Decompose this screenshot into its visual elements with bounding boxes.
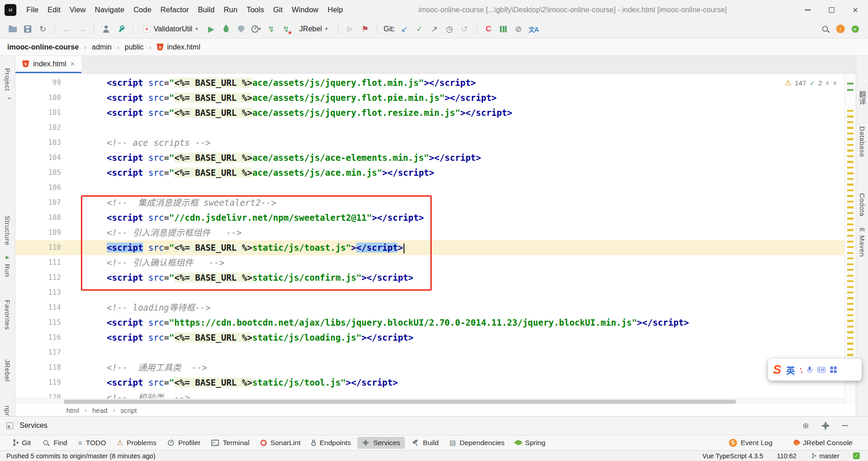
code-text[interactable] — [61, 345, 86, 360]
grid-menu-icon[interactable] — [830, 367, 837, 373]
phrase-icon[interactable]: ’, — [800, 366, 802, 374]
toolwindow-button-terminal[interactable]: Terminal — [207, 437, 254, 449]
toolwindow-button-services[interactable]: Services — [357, 437, 404, 449]
menu-code[interactable]: Code — [129, 3, 156, 16]
menu-build[interactable]: Build — [193, 3, 219, 16]
toolwindow-button-git[interactable]: Git — [7, 437, 35, 449]
toolwindow-button-problems[interactable]: ⚠Problems — [112, 437, 161, 449]
sogou-logo-icon[interactable]: S — [773, 364, 781, 376]
forward-button[interactable]: → — [76, 23, 87, 35]
code-area[interactable]: 99 <script src="<%= BASE_URL %>ace/asset… — [15, 74, 844, 404]
code-text[interactable] — [61, 120, 86, 135]
code-text[interactable]: <!-- 通用工具类 --> — [61, 360, 207, 375]
toolwindow-button-find[interactable]: Find — [37, 437, 72, 449]
sync-button[interactable]: ↻ — [37, 23, 48, 35]
toolwindow-button-event-log[interactable]: 5Event Log — [724, 437, 777, 449]
code-text[interactable]: <script src="<%= BASE_URL %>static/js/lo… — [61, 330, 414, 345]
menu-git[interactable]: Git — [269, 3, 287, 16]
code-text[interactable]: <script src="<%= BASE_URL %>static/js/to… — [61, 240, 404, 255]
close-tab-icon[interactable]: × — [70, 60, 75, 68]
code-text[interactable]: <!-- 引入消息提示框组件 --> — [61, 225, 242, 240]
save-button[interactable] — [22, 23, 33, 35]
external-tools-button[interactable] — [115, 23, 126, 35]
update-notification-button[interactable]: ↑ — [835, 23, 846, 35]
code-line[interactable]: 104 <script src="<%= BASE_URL %>ace/asse… — [15, 150, 844, 165]
status-message[interactable]: Pushed 5 commits to origin/master (8 min… — [6, 452, 155, 460]
run-toolwindow-icon[interactable]: ▶ — [5, 254, 9, 260]
toolwindow-switcher-icon[interactable] — [6, 422, 13, 429]
annotate-button[interactable] — [100, 23, 111, 35]
code-line[interactable]: 114 <!-- loading等待框--> — [15, 300, 844, 315]
toolwindow-button-jrebel[interactable]: JRebel — [4, 359, 11, 382]
toolwindow-button-dependencies[interactable]: ▤Dependencies — [445, 437, 509, 449]
toolwindow-button-sonarlint[interactable]: SonarLint — [256, 437, 305, 449]
code-line[interactable]: 110 <script src="<%= BASE_URL %>static/j… — [15, 240, 844, 255]
code-line[interactable]: 99 <script src="<%= BASE_URL %>ace/asset… — [15, 75, 844, 90]
toolwindow-button-spring[interactable]: Spring — [511, 437, 550, 449]
code-line[interactable]: 109 <!-- 引入消息提示框组件 --> — [15, 225, 844, 240]
code-line[interactable]: 108 <script src="//cdn.jsdelivr.net/npm/… — [15, 210, 844, 225]
gear-icon[interactable] — [822, 422, 829, 430]
idea-logo-icon[interactable]: IJ — [5, 4, 16, 16]
toolwindow-button-jrebel-console[interactable]: JRebel Console — [789, 437, 857, 449]
code-text[interactable]: <script src="<%= BASE_URL %>ace/assets/j… — [61, 105, 512, 120]
caret-position-widget[interactable]: 110:62 — [777, 452, 796, 460]
next-issue-icon[interactable]: ∨ — [833, 79, 837, 86]
toolwindow-button-profiler[interactable]: Profiler — [163, 437, 205, 449]
menu-window[interactable]: Window — [287, 3, 323, 16]
maven-icon[interactable]: m — [859, 226, 865, 233]
menu-refactor[interactable]: Refactor — [156, 3, 193, 16]
code-text[interactable]: <script src="//cdn.jsdelivr.net/npm/swee… — [61, 210, 424, 225]
code-line[interactable]: 117 — [15, 345, 844, 360]
menu-help[interactable]: Help — [323, 3, 348, 16]
back-button[interactable]: ← — [61, 23, 72, 35]
menu-navigate[interactable]: Navigate — [90, 3, 129, 16]
code-text[interactable] — [61, 285, 86, 300]
line-number[interactable]: 104 — [15, 150, 61, 165]
code-text[interactable] — [61, 180, 86, 195]
code-text[interactable]: <!-- 集成消息提示框 sweetalert2--> — [61, 195, 276, 210]
line-number[interactable]: 101 — [15, 105, 61, 120]
code-text[interactable]: <script src="<%= BASE_URL %>ace/assets/j… — [61, 150, 481, 165]
keyboard-icon[interactable] — [818, 367, 825, 372]
online-status-button[interactable]: ▸ — [850, 23, 861, 35]
line-number[interactable]: 112 — [15, 270, 61, 285]
code-line[interactable]: 115 <script src="https://cdn.bootcdn.net… — [15, 315, 844, 330]
line-number[interactable]: 99 — [15, 75, 61, 90]
code-text[interactable]: <script src="<%= BASE_URL %>ace/assets/j… — [61, 75, 476, 90]
toolwindow-button-structure[interactable]: Structure — [4, 216, 11, 245]
line-number[interactable]: 117 — [15, 345, 61, 360]
line-number[interactable]: 116 — [15, 330, 61, 345]
run-configuration-select[interactable]: × ValidatorUtil ▾ — [140, 24, 202, 35]
code-text[interactable]: <script src="<%= BASE_URL %>static/js/to… — [61, 375, 398, 390]
line-number[interactable]: 119 — [15, 375, 61, 390]
code-line[interactable]: 101 <script src="<%= BASE_URL %>ace/asse… — [15, 105, 844, 120]
menu-run[interactable]: Run — [219, 3, 242, 16]
code-text[interactable]: <script src="<%= BASE_URL %>ace/assets/j… — [61, 90, 497, 105]
code-text[interactable]: <script src="<%= BASE_URL %>ace/assets/j… — [61, 165, 434, 180]
code-line[interactable]: 118 <!-- 通用工具类 --> — [15, 360, 844, 375]
code-text[interactable]: <!-- ace scripts --> — [61, 135, 211, 150]
toolwindow-button-translate[interactable]: 翻译 — [858, 91, 867, 105]
code-text[interactable]: <!-- loading等待框--> — [61, 300, 210, 315]
breadcrumb-admin[interactable]: admin — [92, 43, 112, 51]
inspections-widget[interactable]: ⚠ 147 ✓ 2 ∧ ∨ — [785, 78, 837, 88]
jrebel-select[interactable]: JRebel ▾ — [296, 24, 331, 35]
hide-panel-icon[interactable] — [842, 425, 848, 426]
line-number[interactable]: 115 — [15, 315, 61, 330]
error-stripe[interactable] — [844, 74, 856, 404]
search-everywhere-button[interactable] — [820, 23, 831, 35]
menu-file[interactable]: File — [22, 3, 43, 16]
line-number[interactable]: 109 — [15, 225, 61, 240]
close-window-icon[interactable]: × — [853, 5, 858, 15]
toolwindow-button-maven[interactable]: Maven — [858, 235, 866, 257]
debug-button[interactable] — [221, 23, 232, 35]
code-text[interactable]: <script src="<%= BASE_URL %>static/js/co… — [61, 270, 414, 285]
run-button[interactable]: ▶ — [206, 23, 217, 35]
line-number[interactable]: 102 — [15, 120, 61, 135]
attach-button[interactable]: ⊳ — [344, 23, 355, 35]
code-editor[interactable]: 99 <script src="<%= BASE_URL %>ace/asset… — [15, 74, 844, 404]
git-rollback-button[interactable]: ↺ — [459, 23, 470, 35]
toolwindow-button-codota[interactable]: Codota — [858, 193, 866, 216]
microphone-icon[interactable] — [807, 366, 813, 374]
